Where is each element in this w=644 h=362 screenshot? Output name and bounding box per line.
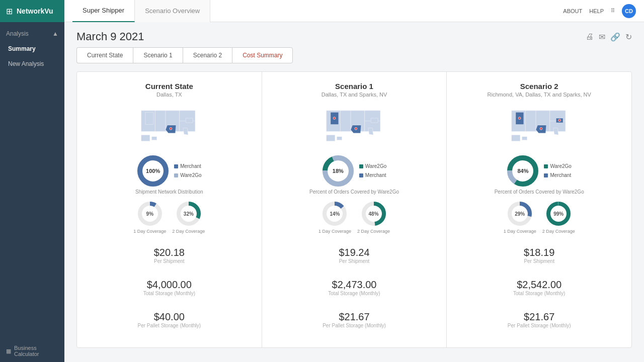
chevron-icon: ▲ bbox=[52, 30, 58, 37]
tab-scenario-2[interactable]: Scenario 2 bbox=[183, 47, 232, 63]
svg-point-3 bbox=[170, 127, 172, 130]
legend-label: Merchant bbox=[365, 171, 386, 180]
us-map bbox=[129, 104, 209, 149]
brand-name: NetworkVu bbox=[17, 7, 53, 15]
tab-super-shipper[interactable]: Super Shipper bbox=[72, 0, 135, 22]
cost-value: $20.18 bbox=[85, 247, 254, 258]
sidebar-section-analysis: Analysis ▲ Summary New Analysis bbox=[0, 22, 64, 75]
sidebar-section-label: Analysis bbox=[6, 30, 29, 37]
svg-rect-2 bbox=[152, 137, 157, 140]
legend-label: Ware2Go bbox=[180, 171, 201, 180]
topbar-right: ABOUT HELP ⠿ CD bbox=[563, 4, 636, 18]
sidebar-item-new-analysis[interactable]: New Analysis bbox=[0, 56, 64, 71]
coverage-2day-caption: 2 Day Coverage bbox=[542, 229, 575, 234]
chart-label: Shipment Network Distribution bbox=[135, 189, 203, 195]
cost-value: $2,542.00 bbox=[455, 279, 623, 291]
coverage-1day-label: 14% bbox=[330, 211, 340, 217]
content-area: Current State Dallas, TX bbox=[64, 63, 644, 362]
cost-label: Total Storage (Monthly) bbox=[455, 291, 623, 296]
scenario-panel-0: Current State Dallas, TX bbox=[77, 72, 262, 347]
svg-rect-12 bbox=[337, 137, 342, 140]
cost-section: $2,473.00 Total Storage (Monthly) bbox=[270, 275, 439, 301]
coverage-1day-caption: 1 Day Coverage bbox=[318, 229, 351, 234]
cost-value: $40.00 bbox=[85, 311, 254, 323]
coverage-1day-label: 29% bbox=[515, 211, 525, 217]
main-content: Super Shipper Scenario Overview ABOUT HE… bbox=[64, 0, 644, 362]
chart-label: Percent of Orders Covered by Ware2Go bbox=[495, 189, 584, 195]
cost-label: Per Shipment bbox=[455, 258, 623, 264]
donut-label: 84% bbox=[517, 168, 528, 174]
legend-label: Ware2Go bbox=[550, 162, 571, 171]
help-link[interactable]: HELP bbox=[589, 8, 604, 14]
donut-legend: Ware2Go Merchant bbox=[544, 162, 571, 180]
scenario-subtitle: Richmond, VA, Dallas, TX and Sparks, NV bbox=[488, 92, 591, 98]
sidebar: ⊞ NetworkVu Analysis ▲ Summary New Analy… bbox=[0, 0, 64, 362]
tab-cost-summary[interactable]: Cost Summary bbox=[232, 47, 293, 63]
legend-item: Merchant bbox=[359, 171, 386, 180]
sidebar-item-summary[interactable]: Summary bbox=[0, 41, 64, 56]
print-icon[interactable]: 🖨 bbox=[586, 32, 594, 41]
cost-section: $19.24 Per Shipment bbox=[270, 243, 439, 269]
svg-rect-23 bbox=[511, 135, 520, 141]
coverage-item-1day: 14% 1 Day Coverage bbox=[318, 201, 351, 234]
sidebar-item-business-calculator[interactable]: ▦ Business Calculator bbox=[0, 340, 64, 362]
refresh-icon[interactable]: ↻ bbox=[625, 32, 632, 42]
calculator-icon: ▦ bbox=[6, 348, 11, 354]
legend-item: Merchant bbox=[174, 162, 201, 171]
us-map bbox=[499, 104, 580, 149]
coverage-item-1day: 9% 1 Day Coverage bbox=[133, 201, 166, 234]
svg-rect-24 bbox=[522, 137, 527, 140]
link-icon[interactable]: 🔗 bbox=[610, 32, 620, 42]
svg-rect-1 bbox=[141, 135, 150, 141]
coverage-donut-2day: 99% bbox=[545, 201, 572, 227]
scenario-title: Scenario 2 bbox=[520, 82, 558, 90]
topbar: Super Shipper Scenario Overview ABOUT HE… bbox=[64, 0, 644, 22]
cost-label: Per Pallet Storage (Monthly) bbox=[85, 323, 254, 328]
email-icon[interactable]: ✉ bbox=[599, 32, 605, 42]
coverage-item-2day: 32% 2 Day Coverage bbox=[172, 201, 205, 234]
coverage-donut-1day: 9% bbox=[137, 201, 163, 227]
svg-point-14 bbox=[333, 117, 336, 120]
cost-value: $4,000.00 bbox=[85, 279, 254, 291]
network-donut-container: 84% Ware2Go Merchant bbox=[507, 155, 571, 187]
cost-section: $21.67 Per Pallet Storage (Monthly) bbox=[270, 307, 439, 333]
grid-icon[interactable]: ⠿ bbox=[611, 8, 615, 14]
brand[interactable]: ⊞ NetworkVu bbox=[0, 0, 64, 22]
svg-rect-11 bbox=[327, 135, 335, 141]
coverage-item-1day: 29% 1 Day Coverage bbox=[504, 201, 536, 234]
us-map bbox=[314, 104, 394, 149]
coverage-donut-2day: 48% bbox=[361, 201, 387, 227]
cost-section: $2,542.00 Total Storage (Monthly) bbox=[455, 275, 623, 301]
network-donut: 100% bbox=[137, 155, 169, 187]
coverage-1day-caption: 1 Day Coverage bbox=[133, 229, 166, 234]
about-link[interactable]: ABOUT bbox=[563, 8, 582, 14]
tab-scenario-overview[interactable]: Scenario Overview bbox=[135, 0, 210, 22]
coverage-1day-caption: 1 Day Coverage bbox=[504, 229, 536, 234]
cost-section: $4,000.00 Total Storage (Monthly) bbox=[85, 275, 254, 301]
scenario-subtitle: Dallas, TX bbox=[156, 92, 182, 98]
cost-section: $21.67 Per Pallet Storage (Monthly) bbox=[455, 307, 623, 333]
legend-label: Merchant bbox=[550, 171, 571, 180]
cost-label: Per Pallet Storage (Monthly) bbox=[270, 323, 439, 328]
page-header: March 9 2021 🖨 ✉ 🔗 ↻ bbox=[64, 22, 644, 47]
user-avatar[interactable]: CD bbox=[622, 4, 636, 18]
legend-label: Merchant bbox=[180, 162, 201, 171]
cost-label: Per Shipment bbox=[270, 258, 439, 264]
cost-value: $2,473.00 bbox=[270, 279, 439, 291]
coverage-2day-label: 32% bbox=[184, 211, 194, 217]
coverage-2day-label: 48% bbox=[369, 211, 379, 217]
coverage-row: 29% 1 Day Coverage 99% 2 Day Coverage bbox=[504, 201, 575, 234]
legend-item: Ware2Go bbox=[174, 171, 201, 180]
coverage-2day-caption: 2 Day Coverage bbox=[172, 229, 205, 234]
coverage-row: 14% 1 Day Coverage 48% 2 Day Coverage bbox=[318, 201, 390, 234]
coverage-1day-label: 9% bbox=[146, 211, 153, 217]
sidebar-section-header-analysis[interactable]: Analysis ▲ bbox=[0, 26, 64, 41]
cost-section: $40.00 Per Pallet Storage (Monthly) bbox=[85, 307, 254, 333]
svg-point-26 bbox=[518, 117, 521, 120]
tab-current-state[interactable]: Current State bbox=[76, 47, 133, 63]
cost-value: $21.67 bbox=[455, 311, 623, 323]
cost-value: $19.24 bbox=[270, 247, 439, 258]
tab-scenario-1[interactable]: Scenario 1 bbox=[133, 47, 182, 63]
legend-item: Ware2Go bbox=[359, 162, 386, 171]
svg-point-27 bbox=[558, 119, 560, 122]
